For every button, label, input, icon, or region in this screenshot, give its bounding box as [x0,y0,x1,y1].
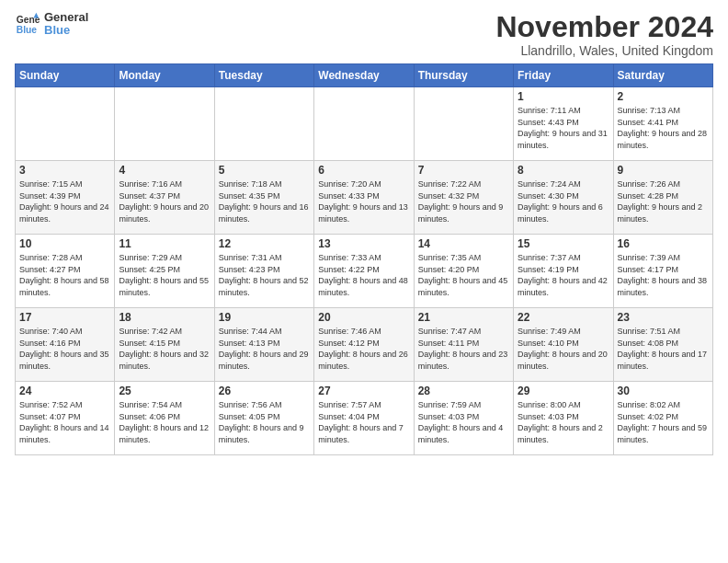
day-info: Sunrise: 7:57 AM Sunset: 4:04 PM Dayligh… [318,399,409,445]
day-info: Sunrise: 7:13 AM Sunset: 4:41 PM Dayligh… [618,105,709,151]
day-cell: 28Sunrise: 7:59 AM Sunset: 4:03 PM Dayli… [414,382,513,455]
day-cell: 10Sunrise: 7:28 AM Sunset: 4:27 PM Dayli… [16,235,115,308]
header-friday: Friday [514,64,613,87]
day-cell: 17Sunrise: 7:40 AM Sunset: 4:16 PM Dayli… [16,308,115,382]
day-cell: 26Sunrise: 7:56 AM Sunset: 4:05 PM Dayli… [214,382,313,455]
day-cell: 13Sunrise: 7:33 AM Sunset: 4:22 PM Dayli… [314,235,414,308]
day-cell: 9Sunrise: 7:26 AM Sunset: 4:28 PM Daylig… [613,161,712,235]
day-number: 26 [219,385,310,397]
day-info: Sunrise: 7:33 AM Sunset: 4:22 PM Dayligh… [318,252,409,298]
day-info: Sunrise: 8:00 AM Sunset: 4:03 PM Dayligh… [518,399,609,445]
calendar-container: General Blue General Blue November 2024 … [0,0,728,463]
day-info: Sunrise: 7:24 AM Sunset: 4:30 PM Dayligh… [518,178,609,224]
svg-text:Blue: Blue [17,26,38,36]
header-thursday: Thursday [414,64,513,87]
day-number: 28 [418,385,509,397]
day-cell: 30Sunrise: 8:02 AM Sunset: 4:02 PM Dayli… [613,382,712,455]
header-saturday: Saturday [613,64,712,87]
day-number: 22 [518,311,609,324]
day-info: Sunrise: 7:47 AM Sunset: 4:11 PM Dayligh… [418,326,509,372]
day-info: Sunrise: 7:51 AM Sunset: 4:08 PM Dayligh… [618,326,709,372]
day-cell: 21Sunrise: 7:47 AM Sunset: 4:11 PM Dayli… [414,308,513,382]
logo-general: General [44,11,88,24]
day-cell: 15Sunrise: 7:37 AM Sunset: 4:19 PM Dayli… [514,235,613,308]
day-number: 12 [219,237,310,250]
logo: General Blue General Blue [15,11,88,38]
day-number: 17 [19,311,110,324]
day-number: 11 [119,237,210,250]
week-row-1: 3Sunrise: 7:15 AM Sunset: 4:39 PM Daylig… [16,161,713,235]
location: Llandrillo, Wales, United Kingdom [495,43,713,58]
day-cell: 22Sunrise: 7:49 AM Sunset: 4:10 PM Dayli… [514,308,613,382]
day-number: 23 [618,311,709,324]
day-number: 5 [219,164,310,177]
day-number: 16 [618,237,709,250]
week-row-3: 17Sunrise: 7:40 AM Sunset: 4:16 PM Dayli… [16,308,713,382]
header-sunday: Sunday [16,64,115,87]
month-title: November 2024 [495,11,713,43]
week-row-4: 24Sunrise: 7:52 AM Sunset: 4:07 PM Dayli… [16,382,713,455]
day-cell [414,87,513,161]
day-info: Sunrise: 7:11 AM Sunset: 4:43 PM Dayligh… [518,105,609,151]
day-info: Sunrise: 7:18 AM Sunset: 4:35 PM Dayligh… [219,178,310,224]
day-info: Sunrise: 8:02 AM Sunset: 4:02 PM Dayligh… [618,399,709,445]
day-cell: 11Sunrise: 7:29 AM Sunset: 4:25 PM Dayli… [115,235,214,308]
day-info: Sunrise: 7:56 AM Sunset: 4:05 PM Dayligh… [219,399,310,445]
day-info: Sunrise: 7:42 AM Sunset: 4:15 PM Dayligh… [119,326,210,372]
day-number: 15 [518,237,609,250]
day-number: 24 [19,385,110,397]
day-cell: 14Sunrise: 7:35 AM Sunset: 4:20 PM Dayli… [414,235,513,308]
day-cell: 6Sunrise: 7:20 AM Sunset: 4:33 PM Daylig… [314,161,414,235]
day-cell [115,87,214,161]
day-number: 19 [219,311,310,324]
day-info: Sunrise: 7:40 AM Sunset: 4:16 PM Dayligh… [19,326,110,372]
day-info: Sunrise: 7:59 AM Sunset: 4:03 PM Dayligh… [418,399,509,445]
day-cell: 8Sunrise: 7:24 AM Sunset: 4:30 PM Daylig… [514,161,613,235]
day-info: Sunrise: 7:15 AM Sunset: 4:39 PM Dayligh… [19,178,110,224]
day-cell: 12Sunrise: 7:31 AM Sunset: 4:23 PM Dayli… [214,235,313,308]
day-info: Sunrise: 7:39 AM Sunset: 4:17 PM Dayligh… [618,252,709,298]
day-number: 29 [518,385,609,397]
week-row-0: 1Sunrise: 7:11 AM Sunset: 4:43 PM Daylig… [16,87,713,161]
day-info: Sunrise: 7:37 AM Sunset: 4:19 PM Dayligh… [518,252,609,298]
header-row: SundayMondayTuesdayWednesdayThursdayFrid… [16,64,713,87]
day-info: Sunrise: 7:46 AM Sunset: 4:12 PM Dayligh… [318,326,409,372]
day-number: 13 [318,237,409,250]
logo-blue: Blue [44,24,88,37]
day-cell: 24Sunrise: 7:52 AM Sunset: 4:07 PM Dayli… [16,382,115,455]
day-cell: 5Sunrise: 7:18 AM Sunset: 4:35 PM Daylig… [214,161,313,235]
day-cell: 7Sunrise: 7:22 AM Sunset: 4:32 PM Daylig… [414,161,513,235]
day-number: 10 [19,237,110,250]
day-info: Sunrise: 7:22 AM Sunset: 4:32 PM Dayligh… [418,178,509,224]
day-info: Sunrise: 7:54 AM Sunset: 4:06 PM Dayligh… [119,399,210,445]
header: General Blue General Blue November 2024 … [15,11,713,58]
day-cell [214,87,313,161]
logo-icon: General Blue [15,11,40,37]
day-info: Sunrise: 7:16 AM Sunset: 4:37 PM Dayligh… [119,178,210,224]
day-info: Sunrise: 7:28 AM Sunset: 4:27 PM Dayligh… [19,252,110,298]
day-cell [314,87,414,161]
day-cell: 20Sunrise: 7:46 AM Sunset: 4:12 PM Dayli… [314,308,414,382]
day-number: 1 [518,90,609,103]
day-cell: 23Sunrise: 7:51 AM Sunset: 4:08 PM Dayli… [613,308,712,382]
header-tuesday: Tuesday [214,64,313,87]
day-cell: 19Sunrise: 7:44 AM Sunset: 4:13 PM Dayli… [214,308,313,382]
day-number: 6 [318,164,409,177]
day-number: 20 [318,311,409,324]
day-info: Sunrise: 7:49 AM Sunset: 4:10 PM Dayligh… [518,326,609,372]
day-number: 7 [418,164,509,177]
day-cell: 25Sunrise: 7:54 AM Sunset: 4:06 PM Dayli… [115,382,214,455]
day-number: 2 [618,90,709,103]
day-number: 4 [119,164,210,177]
day-info: Sunrise: 7:52 AM Sunset: 4:07 PM Dayligh… [19,399,110,445]
header-wednesday: Wednesday [314,64,414,87]
week-row-2: 10Sunrise: 7:28 AM Sunset: 4:27 PM Dayli… [16,235,713,308]
day-number: 30 [618,385,709,397]
day-info: Sunrise: 7:29 AM Sunset: 4:25 PM Dayligh… [119,252,210,298]
day-info: Sunrise: 7:35 AM Sunset: 4:20 PM Dayligh… [418,252,509,298]
day-info: Sunrise: 7:44 AM Sunset: 4:13 PM Dayligh… [219,326,310,372]
day-cell: 2Sunrise: 7:13 AM Sunset: 4:41 PM Daylig… [613,87,712,161]
title-block: November 2024 Llandrillo, Wales, United … [495,11,713,58]
calendar-table: SundayMondayTuesdayWednesdayThursdayFrid… [15,63,713,455]
day-number: 3 [19,164,110,177]
